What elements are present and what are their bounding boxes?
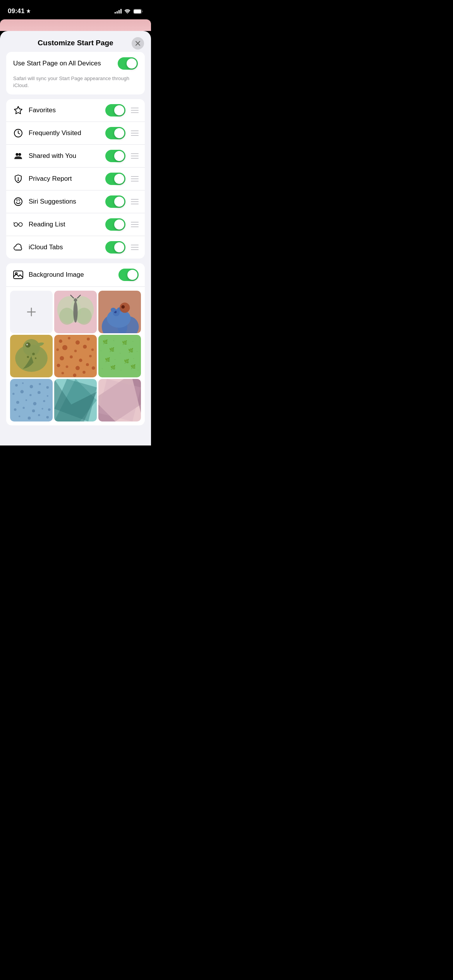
shared-icon — [12, 151, 24, 161]
background-bear[interactable] — [98, 291, 141, 333]
svg-point-59 — [66, 366, 69, 368]
icloud-drag-handle[interactable] — [131, 245, 139, 250]
svg-point-61 — [86, 363, 89, 367]
privacy-drag-handle[interactable] — [131, 176, 139, 182]
privacy-toggle[interactable] — [105, 173, 125, 185]
svg-text:🌿: 🌿 — [105, 357, 110, 363]
background-orange-dots[interactable] — [54, 335, 97, 377]
svg-point-57 — [89, 355, 92, 358]
background-pink-paper[interactable] — [98, 379, 141, 421]
siri-drag-handle[interactable] — [131, 199, 139, 204]
svg-point-9 — [14, 198, 22, 206]
background-butterfly[interactable] — [54, 291, 97, 333]
svg-point-23 — [59, 308, 75, 325]
svg-point-56 — [79, 359, 82, 362]
svg-point-24 — [76, 308, 92, 325]
svg-point-100 — [32, 409, 35, 413]
svg-point-47 — [76, 341, 80, 345]
svg-point-103 — [19, 416, 20, 417]
svg-point-62 — [92, 367, 95, 370]
svg-point-14 — [19, 223, 22, 226]
status-time: 09:41 — [8, 7, 31, 15]
sheet-header: Customize Start Page — [0, 31, 151, 52]
background-chameleon[interactable] — [10, 335, 53, 377]
svg-point-5 — [16, 153, 19, 156]
frequently-visited-label: Frequently Visited — [29, 129, 105, 137]
svg-text:🌿: 🌿 — [110, 365, 116, 370]
shared-drag-handle[interactable] — [131, 153, 139, 159]
svg-point-42 — [32, 353, 35, 356]
svg-point-102 — [48, 408, 51, 411]
clock-icon — [12, 128, 24, 138]
shared-toggle[interactable] — [105, 150, 125, 162]
svg-point-99 — [22, 407, 25, 409]
siri-icon — [12, 197, 24, 206]
svg-point-86 — [30, 385, 33, 389]
image-grid: 🌿 · 🌿 · · 🌿 · 🌿 · 🌿 · 🌿 · · 🌿 · � — [6, 287, 145, 425]
svg-point-37 — [121, 305, 125, 309]
svg-point-63 — [62, 372, 64, 375]
image-icon — [12, 271, 24, 279]
svg-text:·: · — [133, 356, 134, 360]
home-indicator — [0, 445, 151, 454]
svg-text:🌿: 🌿 — [109, 347, 115, 352]
location-icon — [26, 9, 31, 14]
background-blue-pattern[interactable] — [10, 379, 53, 421]
svg-point-94 — [16, 401, 19, 404]
svg-point-93 — [47, 395, 48, 397]
svg-point-97 — [43, 400, 45, 403]
sync-toggle[interactable] — [118, 57, 138, 70]
background-toggle[interactable] — [118, 269, 139, 281]
svg-point-106 — [46, 416, 49, 419]
svg-point-51 — [74, 350, 77, 353]
svg-rect-2 — [134, 9, 141, 13]
svg-point-55 — [70, 356, 73, 359]
svg-text:·: · — [115, 357, 115, 361]
signal-icon — [115, 9, 122, 14]
siri-controls — [105, 195, 139, 208]
svg-text:🌿: 🌿 — [130, 364, 136, 369]
favorites-toggle[interactable] — [105, 104, 125, 117]
list-item: Reading List — [6, 213, 145, 236]
svg-point-89 — [12, 393, 15, 395]
reading-drag-handle[interactable] — [131, 222, 139, 227]
svg-point-10 — [17, 200, 17, 201]
background-section: Background Image — [6, 263, 145, 425]
svg-point-49 — [57, 349, 59, 351]
svg-point-46 — [68, 337, 70, 340]
svg-point-41 — [26, 344, 28, 345]
status-bar: 09:41 — [0, 0, 151, 19]
reading-list-label: Reading List — [29, 221, 105, 228]
background-label: Background Image — [29, 271, 118, 279]
reading-toggle[interactable] — [105, 218, 125, 231]
cloud-icon — [12, 243, 24, 252]
svg-point-101 — [41, 408, 43, 409]
toggle-knob — [127, 58, 137, 69]
privacy-controls — [105, 173, 139, 185]
svg-point-84 — [15, 384, 18, 387]
shield-icon — [12, 174, 24, 183]
svg-point-91 — [29, 394, 32, 396]
favorites-controls — [105, 104, 139, 117]
background-green-pattern[interactable]: 🌿 · 🌿 · · 🌿 · 🌿 · 🌿 · 🌿 · · 🌿 · � — [98, 335, 141, 377]
background-teal-paper[interactable] — [54, 379, 97, 421]
favorites-drag-handle[interactable] — [131, 108, 139, 113]
svg-text:🌿: 🌿 — [122, 340, 127, 346]
svg-point-54 — [60, 356, 64, 360]
svg-point-65 — [82, 371, 86, 374]
glasses-icon — [12, 220, 24, 229]
siri-toggle[interactable] — [105, 195, 125, 208]
peek-bar — [0, 19, 151, 31]
frequently-visited-drag-handle[interactable] — [131, 130, 139, 136]
frequently-visited-controls — [105, 127, 139, 139]
icloud-toggle[interactable] — [105, 241, 125, 254]
svg-point-39 — [23, 339, 40, 356]
svg-point-98 — [14, 408, 17, 411]
svg-point-104 — [28, 417, 31, 420]
frequently-visited-toggle[interactable] — [105, 127, 125, 139]
close-button[interactable] — [132, 37, 144, 50]
add-photo-button[interactable] — [10, 291, 53, 333]
svg-point-95 — [26, 399, 27, 401]
svg-point-50 — [62, 345, 67, 350]
svg-point-11 — [19, 200, 20, 201]
